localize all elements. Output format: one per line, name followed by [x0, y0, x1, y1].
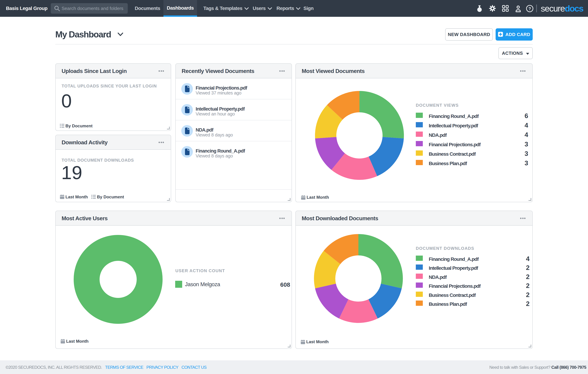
svg-text:?: ? — [528, 6, 531, 11]
